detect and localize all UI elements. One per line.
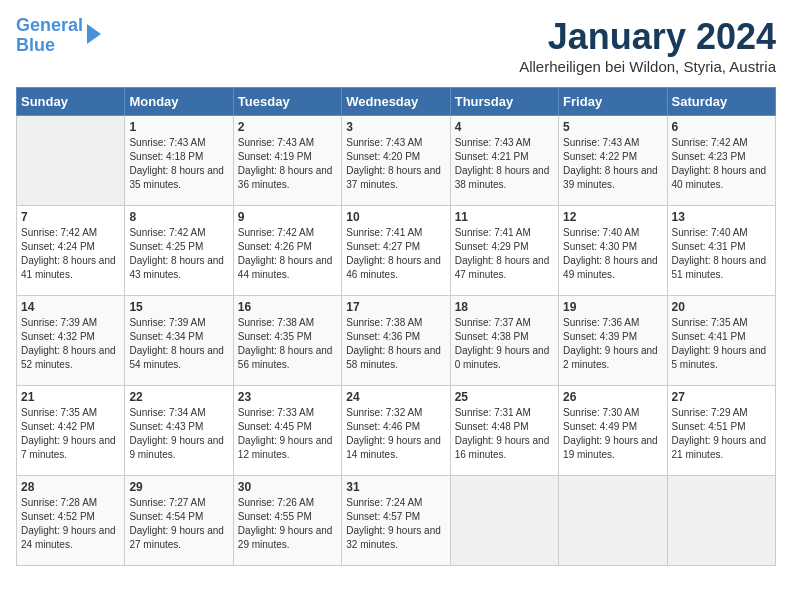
day-number: 18 (455, 300, 554, 314)
column-header-wednesday: Wednesday (342, 88, 450, 116)
calendar-cell: 1Sunrise: 7:43 AMSunset: 4:18 PMDaylight… (125, 116, 233, 206)
day-info: Sunrise: 7:42 AMSunset: 4:26 PMDaylight:… (238, 226, 337, 282)
calendar-cell: 3Sunrise: 7:43 AMSunset: 4:20 PMDaylight… (342, 116, 450, 206)
calendar-cell: 15Sunrise: 7:39 AMSunset: 4:34 PMDayligh… (125, 296, 233, 386)
day-info: Sunrise: 7:29 AMSunset: 4:51 PMDaylight:… (672, 406, 771, 462)
day-info: Sunrise: 7:36 AMSunset: 4:39 PMDaylight:… (563, 316, 662, 372)
day-info: Sunrise: 7:41 AMSunset: 4:29 PMDaylight:… (455, 226, 554, 282)
day-info: Sunrise: 7:40 AMSunset: 4:30 PMDaylight:… (563, 226, 662, 282)
calendar-cell: 30Sunrise: 7:26 AMSunset: 4:55 PMDayligh… (233, 476, 341, 566)
calendar-cell: 5Sunrise: 7:43 AMSunset: 4:22 PMDaylight… (559, 116, 667, 206)
day-info: Sunrise: 7:33 AMSunset: 4:45 PMDaylight:… (238, 406, 337, 462)
day-info: Sunrise: 7:41 AMSunset: 4:27 PMDaylight:… (346, 226, 445, 282)
day-number: 26 (563, 390, 662, 404)
day-number: 13 (672, 210, 771, 224)
day-number: 21 (21, 390, 120, 404)
calendar-cell: 7Sunrise: 7:42 AMSunset: 4:24 PMDaylight… (17, 206, 125, 296)
day-number: 23 (238, 390, 337, 404)
column-header-tuesday: Tuesday (233, 88, 341, 116)
calendar-cell: 23Sunrise: 7:33 AMSunset: 4:45 PMDayligh… (233, 386, 341, 476)
calendar-week-row: 21Sunrise: 7:35 AMSunset: 4:42 PMDayligh… (17, 386, 776, 476)
day-info: Sunrise: 7:32 AMSunset: 4:46 PMDaylight:… (346, 406, 445, 462)
day-info: Sunrise: 7:38 AMSunset: 4:35 PMDaylight:… (238, 316, 337, 372)
column-header-friday: Friday (559, 88, 667, 116)
calendar-cell: 11Sunrise: 7:41 AMSunset: 4:29 PMDayligh… (450, 206, 558, 296)
column-header-monday: Monday (125, 88, 233, 116)
calendar-week-row: 1Sunrise: 7:43 AMSunset: 4:18 PMDaylight… (17, 116, 776, 206)
calendar-cell: 29Sunrise: 7:27 AMSunset: 4:54 PMDayligh… (125, 476, 233, 566)
day-number: 1 (129, 120, 228, 134)
day-info: Sunrise: 7:43 AMSunset: 4:18 PMDaylight:… (129, 136, 228, 192)
calendar-cell: 10Sunrise: 7:41 AMSunset: 4:27 PMDayligh… (342, 206, 450, 296)
calendar-cell: 16Sunrise: 7:38 AMSunset: 4:35 PMDayligh… (233, 296, 341, 386)
day-number: 31 (346, 480, 445, 494)
calendar-header-row: SundayMondayTuesdayWednesdayThursdayFrid… (17, 88, 776, 116)
calendar-cell (17, 116, 125, 206)
calendar-cell: 22Sunrise: 7:34 AMSunset: 4:43 PMDayligh… (125, 386, 233, 476)
day-info: Sunrise: 7:42 AMSunset: 4:25 PMDaylight:… (129, 226, 228, 282)
day-number: 20 (672, 300, 771, 314)
calendar-cell: 6Sunrise: 7:42 AMSunset: 4:23 PMDaylight… (667, 116, 775, 206)
calendar-cell: 9Sunrise: 7:42 AMSunset: 4:26 PMDaylight… (233, 206, 341, 296)
calendar-table: SundayMondayTuesdayWednesdayThursdayFrid… (16, 87, 776, 566)
day-info: Sunrise: 7:39 AMSunset: 4:32 PMDaylight:… (21, 316, 120, 372)
day-info: Sunrise: 7:38 AMSunset: 4:36 PMDaylight:… (346, 316, 445, 372)
day-number: 5 (563, 120, 662, 134)
logo-arrow-icon (87, 24, 101, 44)
day-info: Sunrise: 7:35 AMSunset: 4:42 PMDaylight:… (21, 406, 120, 462)
day-number: 15 (129, 300, 228, 314)
day-info: Sunrise: 7:40 AMSunset: 4:31 PMDaylight:… (672, 226, 771, 282)
column-header-saturday: Saturday (667, 88, 775, 116)
calendar-cell: 2Sunrise: 7:43 AMSunset: 4:19 PMDaylight… (233, 116, 341, 206)
day-info: Sunrise: 7:30 AMSunset: 4:49 PMDaylight:… (563, 406, 662, 462)
page-header: General Blue January 2024 Allerheiligen … (16, 16, 776, 75)
day-number: 17 (346, 300, 445, 314)
day-number: 9 (238, 210, 337, 224)
day-number: 11 (455, 210, 554, 224)
day-info: Sunrise: 7:31 AMSunset: 4:48 PMDaylight:… (455, 406, 554, 462)
day-info: Sunrise: 7:43 AMSunset: 4:20 PMDaylight:… (346, 136, 445, 192)
calendar-cell: 17Sunrise: 7:38 AMSunset: 4:36 PMDayligh… (342, 296, 450, 386)
day-number: 19 (563, 300, 662, 314)
day-info: Sunrise: 7:43 AMSunset: 4:19 PMDaylight:… (238, 136, 337, 192)
calendar-cell: 31Sunrise: 7:24 AMSunset: 4:57 PMDayligh… (342, 476, 450, 566)
day-number: 16 (238, 300, 337, 314)
day-number: 28 (21, 480, 120, 494)
day-info: Sunrise: 7:27 AMSunset: 4:54 PMDaylight:… (129, 496, 228, 552)
month-title: January 2024 (519, 16, 776, 58)
day-info: Sunrise: 7:43 AMSunset: 4:22 PMDaylight:… (563, 136, 662, 192)
day-number: 27 (672, 390, 771, 404)
logo: General Blue (16, 16, 101, 56)
day-number: 8 (129, 210, 228, 224)
day-info: Sunrise: 7:35 AMSunset: 4:41 PMDaylight:… (672, 316, 771, 372)
day-number: 3 (346, 120, 445, 134)
calendar-week-row: 14Sunrise: 7:39 AMSunset: 4:32 PMDayligh… (17, 296, 776, 386)
calendar-cell: 26Sunrise: 7:30 AMSunset: 4:49 PMDayligh… (559, 386, 667, 476)
day-number: 7 (21, 210, 120, 224)
day-number: 12 (563, 210, 662, 224)
calendar-cell: 19Sunrise: 7:36 AMSunset: 4:39 PMDayligh… (559, 296, 667, 386)
day-info: Sunrise: 7:26 AMSunset: 4:55 PMDaylight:… (238, 496, 337, 552)
calendar-cell: 14Sunrise: 7:39 AMSunset: 4:32 PMDayligh… (17, 296, 125, 386)
calendar-cell: 20Sunrise: 7:35 AMSunset: 4:41 PMDayligh… (667, 296, 775, 386)
column-header-thursday: Thursday (450, 88, 558, 116)
day-number: 24 (346, 390, 445, 404)
calendar-cell: 27Sunrise: 7:29 AMSunset: 4:51 PMDayligh… (667, 386, 775, 476)
day-info: Sunrise: 7:42 AMSunset: 4:24 PMDaylight:… (21, 226, 120, 282)
title-section: January 2024 Allerheiligen bei Wildon, S… (519, 16, 776, 75)
calendar-cell: 4Sunrise: 7:43 AMSunset: 4:21 PMDaylight… (450, 116, 558, 206)
calendar-cell: 24Sunrise: 7:32 AMSunset: 4:46 PMDayligh… (342, 386, 450, 476)
calendar-cell: 28Sunrise: 7:28 AMSunset: 4:52 PMDayligh… (17, 476, 125, 566)
calendar-week-row: 28Sunrise: 7:28 AMSunset: 4:52 PMDayligh… (17, 476, 776, 566)
day-info: Sunrise: 7:37 AMSunset: 4:38 PMDaylight:… (455, 316, 554, 372)
calendar-cell (667, 476, 775, 566)
column-header-sunday: Sunday (17, 88, 125, 116)
day-number: 2 (238, 120, 337, 134)
location-title: Allerheiligen bei Wildon, Styria, Austri… (519, 58, 776, 75)
day-number: 29 (129, 480, 228, 494)
calendar-cell: 21Sunrise: 7:35 AMSunset: 4:42 PMDayligh… (17, 386, 125, 476)
day-number: 6 (672, 120, 771, 134)
calendar-cell: 12Sunrise: 7:40 AMSunset: 4:30 PMDayligh… (559, 206, 667, 296)
day-number: 22 (129, 390, 228, 404)
day-info: Sunrise: 7:43 AMSunset: 4:21 PMDaylight:… (455, 136, 554, 192)
